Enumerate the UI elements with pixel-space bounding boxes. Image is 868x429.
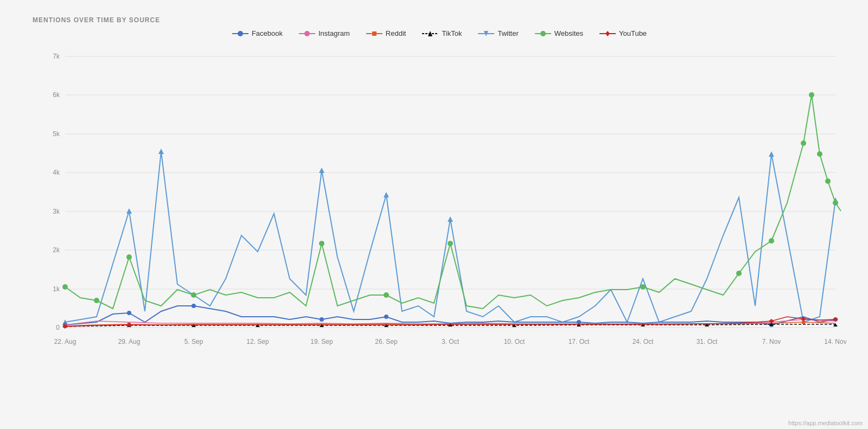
main-chart: 7k 6k 5k 4k 3k 2k 1k 0 22. Aug 29. Aug 5… (33, 46, 846, 366)
x-label-11: 7. Nov (762, 338, 781, 345)
y-label-4k: 4k (53, 169, 60, 176)
legend-label-websites: Websites (554, 29, 583, 37)
svg-point-51 (825, 178, 831, 184)
legend-item-instagram: Instagram (299, 29, 350, 37)
legend-label-facebook: Facebook (252, 29, 283, 37)
x-label-1: 29. Aug (118, 338, 141, 345)
svg-rect-5 (372, 31, 376, 36)
svg-marker-27 (448, 216, 453, 222)
x-label-0: 22. Aug (54, 338, 76, 345)
svg-point-39 (94, 298, 99, 303)
x-label-9: 24. Oct (633, 338, 654, 345)
x-label-3: 12. Sep (246, 338, 269, 345)
x-label-8: 17. Oct (569, 338, 590, 345)
svg-marker-13 (605, 31, 610, 36)
y-label-6k: 6k (53, 91, 60, 99)
legend-item-reddit: Reddit (366, 29, 406, 37)
y-label-0: 0 (56, 324, 60, 331)
twitter-dots (62, 149, 838, 325)
x-label-5: 26. Sep (375, 338, 398, 345)
twitter-line (65, 151, 835, 322)
legend-item-youtube: YouTube (599, 29, 647, 37)
legend-item-twitter: Twitter (478, 29, 518, 37)
legend-item-facebook: Facebook (232, 29, 283, 37)
legend-label-reddit: Reddit (386, 29, 406, 37)
svg-point-38 (62, 284, 68, 290)
x-label-7: 10. Oct (504, 338, 525, 345)
websites-line (65, 95, 841, 309)
legend-label-instagram: Instagram (318, 29, 350, 37)
svg-point-34 (384, 315, 388, 319)
svg-point-49 (809, 92, 814, 98)
chart-title: MENTIONS OVER TIME BY SOURCE (33, 16, 846, 24)
svg-point-52 (833, 200, 838, 206)
svg-point-48 (801, 140, 806, 146)
svg-point-31 (127, 311, 131, 315)
legend-item-tiktok: TikTok (422, 29, 462, 37)
svg-point-47 (769, 238, 774, 244)
svg-point-32 (192, 304, 196, 308)
svg-point-45 (640, 284, 646, 290)
watermark: https://app.mediatoolkit.com (788, 420, 863, 426)
svg-point-46 (736, 271, 742, 276)
x-label-2: 5. Sep (184, 338, 203, 345)
facebook-line (65, 306, 835, 325)
websites-dots (62, 92, 838, 303)
svg-point-43 (384, 292, 389, 298)
x-label-12: 14. Nov (824, 338, 846, 345)
svg-marker-26 (384, 192, 389, 197)
x-label-4: 19. Sep (310, 338, 333, 345)
chart-container: MENTIONS OVER TIME BY SOURCE Facebook In… (0, 0, 868, 429)
svg-point-44 (448, 241, 453, 246)
legend-item-websites: Websites (535, 29, 583, 37)
y-label-3k: 3k (53, 208, 60, 215)
y-label-2k: 2k (53, 246, 60, 254)
svg-point-42 (319, 241, 324, 246)
svg-marker-70 (126, 323, 132, 327)
legend-label-youtube: YouTube (619, 29, 647, 37)
svg-point-11 (540, 31, 546, 36)
svg-marker-28 (769, 151, 774, 157)
x-label-6: 3. Oct (442, 338, 459, 345)
svg-marker-68 (833, 323, 838, 326)
x-label-10: 31. Oct (697, 338, 718, 345)
svg-point-1 (238, 31, 243, 36)
svg-point-50 (817, 151, 822, 157)
svg-marker-25 (319, 168, 324, 173)
y-label-7k: 7k (53, 53, 60, 60)
y-label-1k: 1k (53, 285, 60, 293)
svg-marker-24 (158, 149, 164, 154)
svg-point-40 (126, 254, 132, 260)
svg-point-3 (304, 31, 310, 36)
chart-legend: Facebook Instagram Reddit TikTok (33, 29, 846, 37)
legend-label-tiktok: TikTok (442, 29, 462, 37)
y-label-5k: 5k (53, 130, 60, 138)
svg-point-33 (320, 317, 324, 322)
svg-point-41 (191, 292, 196, 298)
legend-label-twitter: Twitter (497, 29, 518, 37)
svg-marker-23 (126, 208, 132, 214)
